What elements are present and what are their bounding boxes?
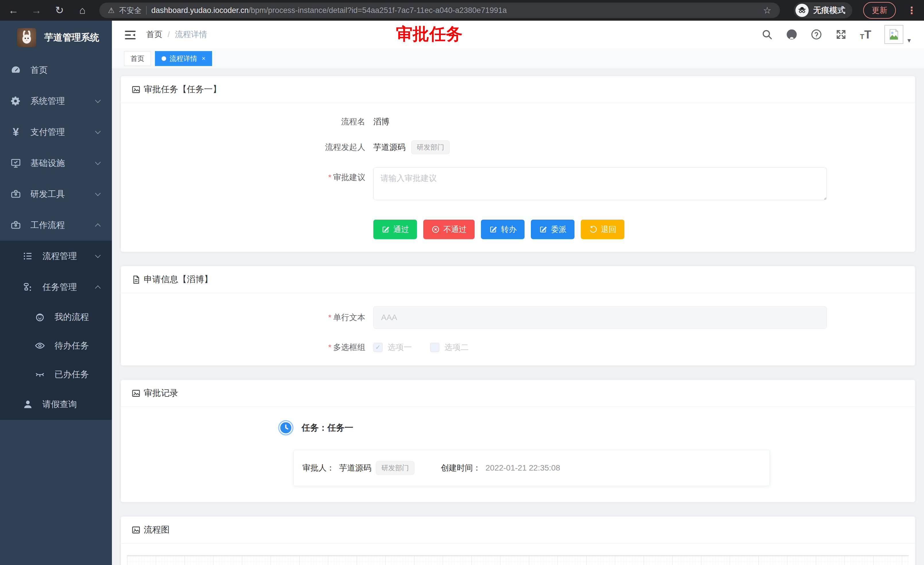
application-card-title: 申请信息【滔博】 [144,273,213,286]
undo-icon [589,225,597,234]
app-title: 芋道管理系统 [44,31,99,44]
monitor-check-icon [10,158,22,168]
checkbox-group-label: 多选框组 [333,343,365,352]
timeline-task-row: 任务：任务一 [278,420,915,436]
sidebar-item-label: 研发工具 [30,188,96,200]
sidebar-collapse-icon[interactable] [124,29,136,40]
checkbox-group: ✓ 选项一 选项二 [374,342,469,353]
edit-icon [381,225,390,234]
chevron-down-icon [95,190,101,196]
caret-down-icon[interactable]: ▼ [906,37,912,44]
tab-close-icon[interactable]: × [202,55,206,62]
approver-value: 芋道源码 [339,463,371,473]
eye-open-icon [34,340,46,351]
sidebar-item-infra[interactable]: 基础设施 [0,147,112,179]
clock-icon [278,420,294,436]
sidebar-item-task-mgmt[interactable]: 任务管理 [0,272,112,303]
main-area: 首页 / 流程详情 审批任务 [112,21,924,565]
home-icon[interactable]: ⌂ [76,5,88,15]
approver-label: 审批人： [303,463,334,473]
tab-home[interactable]: 首页 [124,51,151,66]
picture-icon [131,525,141,535]
chevron-down-icon [95,128,101,134]
required-marker: * [328,313,332,322]
sidebar-item-label: 系统管理 [30,95,96,107]
top-navbar: 首页 / 流程详情 审批任务 [112,21,924,48]
sidebar: 芋道管理系统 首页 系统管理 ¥ 支付管 [0,21,112,565]
sidebar-item-devtools[interactable]: 研发工具 [0,179,112,210]
sidebar-item-system[interactable]: 系统管理 [0,86,112,117]
app-logo-row[interactable]: 芋道管理系统 [0,21,112,54]
reject-button[interactable]: 不通过 [423,219,475,239]
reload-icon[interactable]: ↻ [53,5,65,15]
process-name-value: 滔博 [374,116,389,127]
url-domain: dashboard.yudao.iocoder.cn [151,6,249,15]
eye-closed-icon [34,369,46,380]
edit-icon [489,225,498,234]
font-size-icon[interactable]: TT [860,29,871,40]
security-warning-icon[interactable]: ⚠ [108,6,114,15]
approval-card-header: 审批任务【任务一】 [121,76,915,103]
sidebar-item-home[interactable]: 首页 [0,54,112,86]
document-icon [131,275,141,284]
back-icon[interactable]: ← [8,5,20,15]
avatar[interactable] [884,25,903,44]
picture-icon [131,388,141,398]
bookmark-star-icon[interactable]: ☆ [763,5,771,16]
sidebar-item-label: 请假查询 [42,398,100,410]
approval-card-title: 审批任务【任务一】 [144,84,221,95]
forward-icon[interactable]: → [30,5,42,15]
sidebar-item-workflow[interactable]: 工作流程 [0,210,112,240]
chevron-up-icon [95,223,101,229]
yen-icon: ¥ [10,126,22,138]
list-icon [22,251,34,261]
process-name-row: 流程名 滔博 [121,116,915,127]
records-card-header: 审批记录 [121,380,915,407]
comment-textarea[interactable] [374,167,827,200]
tab-process-detail[interactable]: 流程详情 × [155,51,212,66]
search-icon[interactable] [761,29,773,40]
screen: ← → ↻ ⌂ ⚠ 不安全 dashboard.yudao.iocoder.cn… [0,0,924,565]
tab-label: 首页 [130,54,144,63]
initiator-label: 流程发起人 [121,142,374,153]
bpmn-canvas[interactable] [127,556,909,565]
incognito-badge: 无痕模式 [794,2,852,18]
help-icon[interactable] [811,29,822,40]
button-label: 通过 [393,224,409,234]
sidebar-item-label: 首页 [30,64,100,76]
github-icon[interactable] [786,29,798,40]
approval-records-card: 审批记录 任务：任务一 审批人：芋道源码 研发部门 创建时间： [120,380,915,502]
url-text: dashboard.yudao.iocoder.cn/bpm/process-i… [151,6,507,15]
breadcrumb-home[interactable]: 首页 [146,29,162,40]
sidebar-item-payment[interactable]: ¥ 支付管理 [0,117,112,147]
fullscreen-icon[interactable] [836,29,847,40]
single-text-input [374,307,827,329]
browser-menu-icon[interactable]: ⋮ [907,5,916,16]
checkbox-unchecked-icon [430,343,440,352]
sidebar-item-my-process[interactable]: 我的流程 [0,303,112,331]
diagram-card-title: 流程图 [144,524,170,536]
button-label: 不通过 [443,224,466,234]
gear-icon [10,96,22,107]
comment-label: 审批建议 [333,173,365,182]
browser-toolbar: ← → ↻ ⌂ ⚠ 不安全 dashboard.yudao.iocoder.cn… [0,0,924,21]
browser-update-button[interactable]: 更新 [863,2,896,19]
address-bar[interactable]: ⚠ 不安全 dashboard.yudao.iocoder.cn/bpm/pro… [99,3,780,18]
edit-icon [539,225,548,234]
transfer-button[interactable]: 转办 [481,219,525,239]
approver-dept-tag: 研发部门 [376,461,414,475]
sidebar-item-todo-tasks[interactable]: 待办任务 [0,331,112,360]
address-separator [146,6,147,15]
sidebar-item-leave-query[interactable]: 请假查询 [0,389,112,420]
breadcrumb-separator: / [168,30,170,39]
chevron-down-icon [95,97,101,103]
required-marker: * [328,173,332,182]
sidebar-item-done-tasks[interactable]: 已办任务 [0,360,112,389]
sidebar-item-process-mgmt[interactable]: 流程管理 [0,240,112,272]
person-icon [22,399,34,410]
approve-button[interactable]: 通过 [374,219,417,239]
dashboard-icon [10,65,22,75]
return-button[interactable]: 退回 [581,219,624,239]
delegate-button[interactable]: 委派 [531,219,574,239]
face-icon [34,311,46,322]
